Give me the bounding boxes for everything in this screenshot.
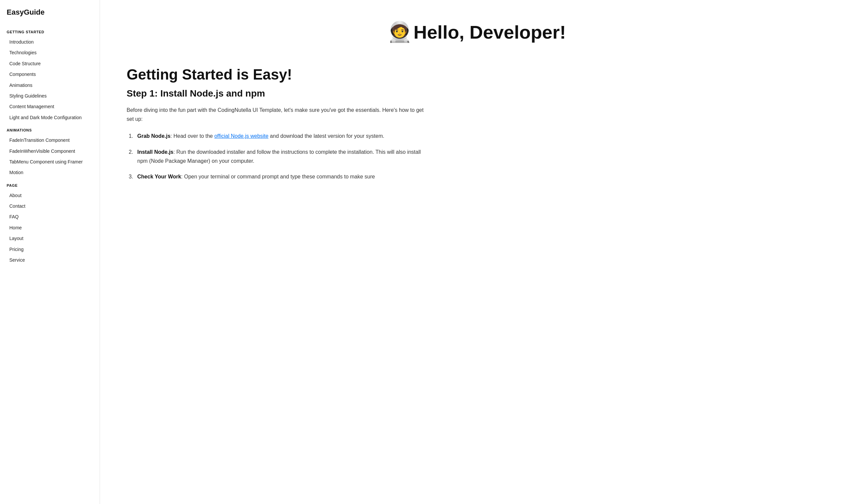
step1-heading: Step 1: Install Node.js and npm	[127, 88, 826, 99]
sidebar-item-contact[interactable]: Contact	[0, 201, 100, 211]
hero-section: 🧑‍🚀 Hello, Developer!	[127, 20, 826, 46]
hero-emoji: 🧑‍🚀	[387, 20, 412, 43]
sidebar-logo: EasyGuide	[0, 8, 100, 25]
sidebar-item-motion[interactable]: Motion	[0, 167, 100, 178]
sidebar: EasyGuide GETTING STARTEDIntroductionTec…	[0, 0, 100, 504]
sidebar-item-introduction[interactable]: Introduction	[0, 37, 100, 47]
hero-title: Hello, Developer!	[414, 22, 566, 42]
list-item: Install Node.js: Run the downloaded inst…	[135, 147, 426, 165]
main-content: 🧑‍🚀 Hello, Developer! Getting Started is…	[100, 0, 853, 504]
sidebar-item-layout[interactable]: Layout	[0, 233, 100, 244]
step-bold: Check Your Work	[137, 174, 181, 179]
sidebar-section-animations: ANIMATIONS	[0, 123, 100, 135]
sidebar-item-fadein-transition[interactable]: FadeInTransition Component	[0, 135, 100, 145]
sidebar-item-tabmenu-framer[interactable]: TabMenu Component using Framer	[0, 157, 100, 167]
sidebar-item-faq[interactable]: FAQ	[0, 211, 100, 222]
step-bold: Install Node.js	[137, 149, 173, 155]
list-item: Check Your Work: Open your terminal or c…	[135, 172, 426, 181]
sidebar-section-getting-started: GETTING STARTED	[0, 25, 100, 37]
list-item: Grab Node.js: Head over to the official …	[135, 131, 426, 141]
sidebar-item-fadein-visible[interactable]: FadeInWhenVisible Component	[0, 146, 100, 157]
sidebar-item-components[interactable]: Components	[0, 69, 100, 79]
sidebar-item-home[interactable]: Home	[0, 222, 100, 233]
nodejs-link[interactable]: official Node.js website	[214, 133, 268, 139]
sidebar-item-light-dark-mode[interactable]: Light and Dark Mode Configuration	[0, 112, 100, 123]
section-title: Getting Started is Easy!	[127, 66, 826, 83]
steps-list: Grab Node.js: Head over to the official …	[127, 131, 426, 181]
step1-intro: Before diving into the fun part with the…	[127, 106, 426, 124]
sidebar-item-technologies[interactable]: Technologies	[0, 47, 100, 58]
sidebar-item-about[interactable]: About	[0, 190, 100, 201]
sidebar-item-content-management[interactable]: Content Management	[0, 101, 100, 112]
step-bold: Grab Node.js	[137, 133, 171, 139]
content-section: Getting Started is Easy! Step 1: Install…	[127, 66, 826, 181]
sidebar-section-page: PAGE	[0, 178, 100, 190]
sidebar-item-service[interactable]: Service	[0, 255, 100, 265]
sidebar-item-styling-guidelines[interactable]: Styling Guidelines	[0, 91, 100, 101]
sidebar-item-animations[interactable]: Animations	[0, 80, 100, 91]
sidebar-item-pricing[interactable]: Pricing	[0, 244, 100, 255]
sidebar-item-code-structure[interactable]: Code Structure	[0, 58, 100, 69]
